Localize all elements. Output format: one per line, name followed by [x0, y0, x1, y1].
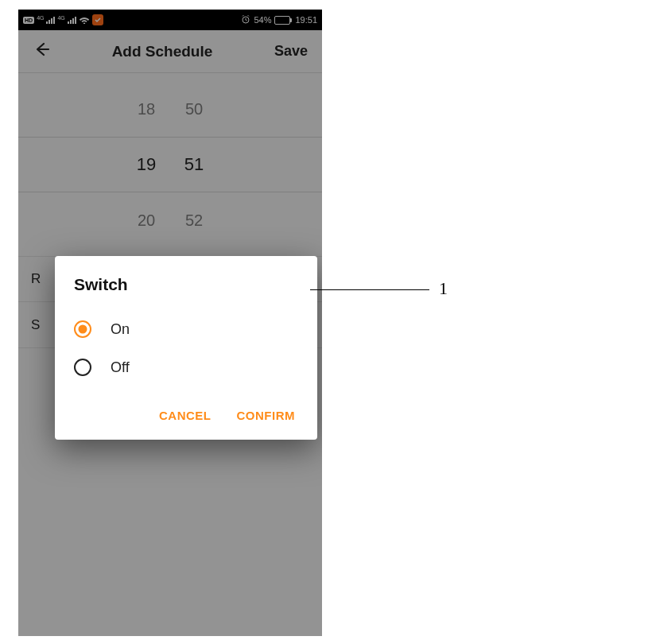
- radio-option-on[interactable]: On: [74, 310, 298, 348]
- confirm-button[interactable]: CONFIRM: [234, 404, 299, 427]
- dialog-title: Switch: [74, 275, 298, 294]
- radio-off-icon: [74, 359, 91, 376]
- radio-on-icon: [74, 320, 91, 338]
- phone-screen: HD 4G 4G: [18, 10, 322, 636]
- annotation-label: 1: [439, 278, 448, 299]
- radio-off-label: Off: [111, 359, 130, 376]
- annotation-line: [310, 289, 429, 290]
- switch-dialog: Switch On Off CANCEL CONFIRM: [55, 256, 317, 440]
- radio-on-label: On: [111, 321, 130, 338]
- dialog-buttons: CANCEL CONFIRM: [74, 404, 298, 427]
- radio-option-off[interactable]: Off: [74, 348, 298, 386]
- cancel-button[interactable]: CANCEL: [156, 404, 215, 427]
